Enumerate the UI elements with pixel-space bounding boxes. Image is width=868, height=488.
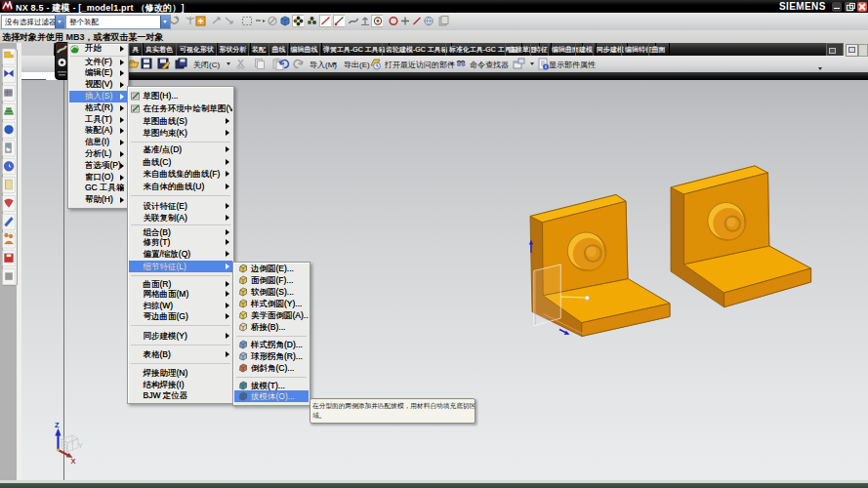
- svg-text:Z: Z: [55, 421, 60, 429]
- svg-text:Y: Y: [78, 442, 83, 449]
- svg-text:X: X: [71, 457, 76, 466]
